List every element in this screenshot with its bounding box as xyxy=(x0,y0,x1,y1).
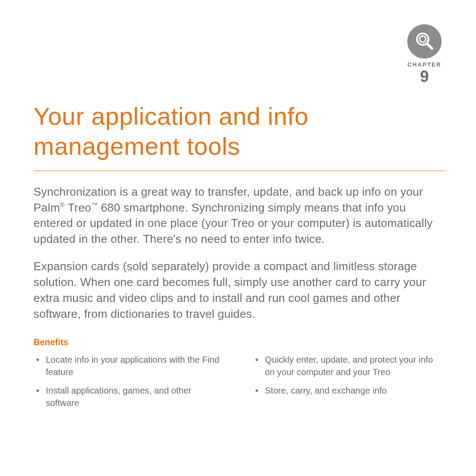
list-item: Store, carry, and exchange info xyxy=(253,384,445,397)
benefits-columns: Locate info in your applications with th… xyxy=(33,353,445,415)
magnifier-icon xyxy=(407,24,442,59)
benefits-heading: Benefits xyxy=(33,337,445,347)
trademark-mark: ™ xyxy=(91,201,98,208)
chapter-badge: CHAPTER 9 xyxy=(405,24,444,85)
list-item: Quickly enter, update, and protect your … xyxy=(253,353,445,378)
intro-block: Synchronization is a great way to transf… xyxy=(33,184,445,322)
benefits-right-column: Quickly enter, update, and protect your … xyxy=(253,353,445,415)
page-title: Your application and info management too… xyxy=(33,101,445,171)
benefits-left-column: Locate info in your applications with th… xyxy=(33,353,226,415)
chapter-label: CHAPTER xyxy=(405,61,444,68)
registered-mark: ® xyxy=(60,201,65,208)
intro-p1-mid: Treo xyxy=(65,201,91,214)
document-page: CHAPTER 9 Your application and info mana… xyxy=(0,0,476,476)
list-item: Install applications, games, and other s… xyxy=(33,384,226,409)
intro-paragraph-2: Expansion cards (sold separately) provid… xyxy=(33,259,445,322)
chapter-number: 9 xyxy=(405,69,444,85)
list-item: Locate info in your applications with th… xyxy=(33,353,226,378)
intro-paragraph-1: Synchronization is a great way to transf… xyxy=(33,184,445,248)
